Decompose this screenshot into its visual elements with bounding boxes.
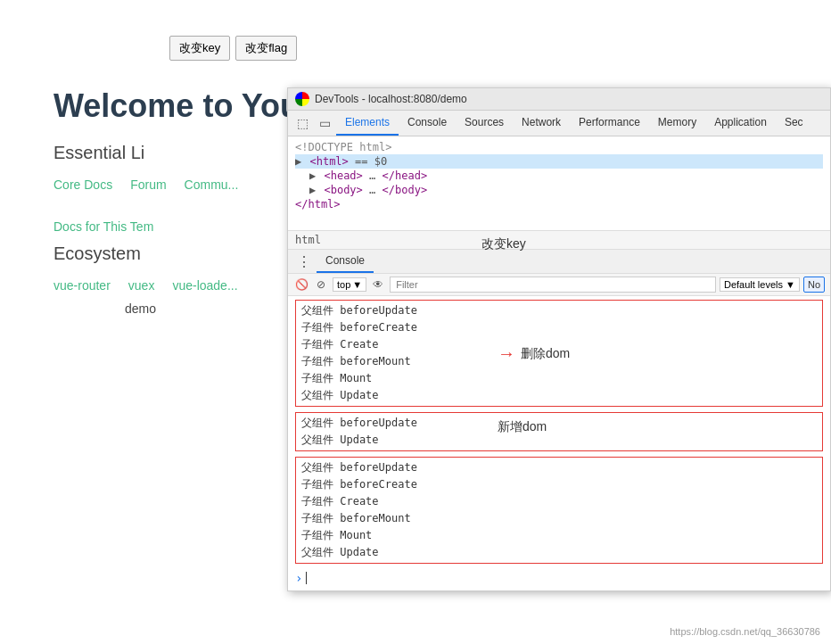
log-line: 父组件 Update	[301, 387, 817, 404]
doctype-line: <!DOCTYPE html>	[295, 140, 823, 154]
tab-network[interactable]: Network	[513, 111, 570, 136]
log-line: 子组件 Create	[301, 493, 817, 510]
html-close-tag: </html>	[295, 198, 341, 211]
breadcrumb: html	[288, 231, 830, 250]
console-tab-bar: ⋮ Console	[288, 250, 830, 274]
log-line: 子组件 beforeCreate	[301, 319, 817, 336]
html-line[interactable]: ▶ <html> == $0	[295, 154, 823, 169]
log-line: 子组件 Mount	[301, 527, 817, 544]
console-more-icon[interactable]: ⋮	[293, 251, 315, 273]
log-line: 父组件 Update	[301, 544, 817, 561]
tab-sources[interactable]: Sources	[456, 111, 513, 136]
community-link[interactable]: Commu...	[185, 178, 239, 192]
log-line: 子组件 beforeCreate	[301, 476, 817, 493]
vue-router-link[interactable]: vue-router	[53, 278, 111, 293]
body-line[interactable]: ▶ <body> … </body>	[295, 183, 823, 197]
cursor-icon[interactable]: ⬚	[292, 112, 314, 134]
chevron-down-icon: ▼	[352, 279, 362, 290]
console-output: 父组件 beforeUpdate 子组件 beforeCreate 子组件 Cr…	[288, 296, 830, 590]
devtools-titlebar: DevTools - localhost:8080/demo	[288, 88, 830, 111]
head-tag: <head>	[324, 169, 362, 182]
annotation-change-key: 改变key	[481, 236, 526, 252]
context-label: top	[337, 279, 350, 290]
filter-icon[interactable]: ⊘	[313, 277, 329, 293]
log-levels-select[interactable]: Default levels ▼	[720, 277, 800, 292]
console-toolbar: 🚫 ⊘ top ▼ 👁 Default levels ▼ No	[288, 274, 830, 296]
tab-performance[interactable]: Performance	[570, 111, 649, 136]
devtools-top-tabs: ⬚ ▭ Elements Console Sources Network Per…	[288, 111, 830, 136]
annotation-delete-dom: → 删除dom	[498, 343, 570, 364]
tab-console[interactable]: Console	[399, 111, 456, 136]
tab-memory[interactable]: Memory	[649, 111, 705, 136]
elements-panel: <!DOCTYPE html> ▶ <html> == $0 ▶ <head> …	[288, 136, 830, 231]
prompt-arrow: ›	[295, 571, 302, 585]
log-line: 父组件 beforeUpdate	[301, 415, 817, 432]
tab-elements[interactable]: Elements	[336, 111, 399, 136]
head-ellipsis: …	[369, 169, 375, 182]
body-tag: <body>	[324, 184, 362, 196]
clear-console-button[interactable]: 🚫	[293, 277, 309, 293]
change-flag-button[interactable]: 改变flag	[235, 36, 297, 61]
body-close-tag: </body>	[383, 184, 428, 196]
log-line: 父组件 Update	[301, 432, 817, 449]
chrome-icon	[295, 92, 309, 106]
log-line: 子组件 beforeMount	[301, 510, 817, 527]
equals-dollar: == $0	[355, 155, 387, 168]
tab-security[interactable]: Sec	[776, 111, 812, 136]
eye-icon[interactable]: 👁	[370, 277, 386, 293]
context-selector[interactable]: top ▼	[333, 277, 366, 292]
body-expand-icon[interactable]: ▶	[309, 184, 316, 196]
tab-application[interactable]: Application	[705, 111, 776, 136]
head-line[interactable]: ▶ <head> … </head>	[295, 169, 823, 183]
console-filter-input[interactable]	[390, 277, 716, 293]
log-group-2: 父组件 beforeUpdate 父组件 Update	[295, 412, 823, 451]
devtools-title: DevTools - localhost:8080/demo	[315, 93, 467, 105]
log-group-3: 父组件 beforeUpdate 子组件 beforeCreate 子组件 Cr…	[295, 457, 823, 564]
log-line: 父组件 beforeUpdate	[301, 459, 817, 476]
arrow-right-icon: →	[498, 343, 515, 364]
prompt-cursor[interactable]	[306, 572, 307, 584]
delete-dom-label: 删除dom	[521, 346, 570, 362]
change-key-button[interactable]: 改变key	[169, 36, 230, 61]
log-line: 子组件 Mount	[301, 370, 817, 387]
annotation-new-dom: 新增dom	[498, 419, 547, 435]
body-ellipsis: …	[369, 184, 375, 196]
log-line: 父组件 beforeUpdate	[301, 302, 817, 319]
button-group: 改变key 改变flag	[169, 36, 778, 61]
head-close-tag: </head>	[383, 169, 428, 182]
console-tab[interactable]: Console	[317, 250, 374, 273]
console-section: ⋮ Console 🚫 ⊘ top ▼ 👁 Default levels ▼ N…	[288, 250, 830, 590]
vue-loader-link[interactable]: vue-loade...	[172, 278, 237, 293]
watermark: https://blog.csdn.net/qq_36630786	[670, 626, 820, 637]
vuex-link[interactable]: vuex	[128, 278, 155, 293]
console-prompt: ›	[295, 569, 823, 587]
head-expand-icon[interactable]: ▶	[309, 169, 316, 182]
no-badge: No	[803, 277, 825, 293]
expand-icon[interactable]: ▶	[295, 155, 301, 168]
device-icon[interactable]: ▭	[314, 112, 336, 134]
docs-template-link[interactable]: Docs for This Tem	[53, 219, 153, 234]
forum-link[interactable]: Forum	[130, 178, 166, 192]
core-docs-link[interactable]: Core Docs	[53, 178, 112, 192]
devtools-panel: DevTools - localhost:8080/demo ⬚ ▭ Eleme…	[287, 87, 831, 591]
html-close-line: </html>	[295, 197, 823, 211]
html-tag: <html>	[309, 155, 348, 168]
